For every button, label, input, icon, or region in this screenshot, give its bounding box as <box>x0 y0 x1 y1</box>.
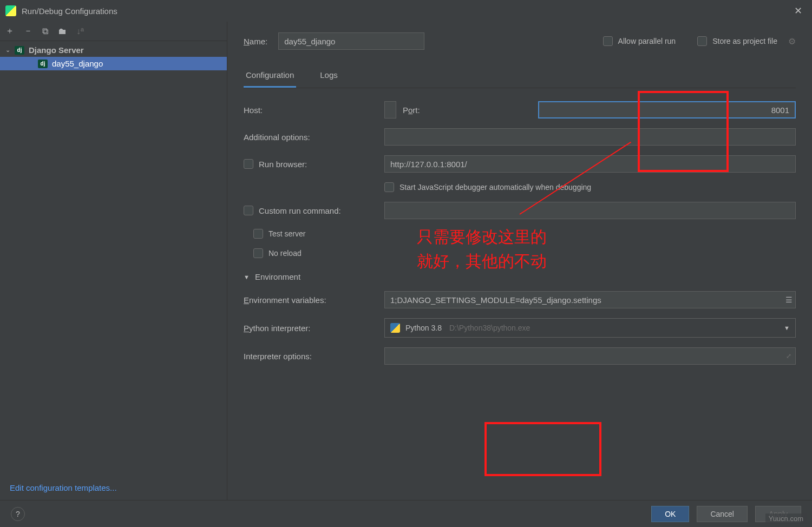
cancel-button[interactable]: Cancel <box>697 506 748 522</box>
gear-icon[interactable]: ⚙ <box>788 36 796 47</box>
list-icon[interactable]: ☰ <box>785 295 793 304</box>
host-label: Host: <box>244 106 374 115</box>
django-icon: dj <box>15 46 24 55</box>
custom-run-label: Custom run command: <box>244 206 374 215</box>
bottom-bar: ? OK Cancel Apply <box>0 500 812 527</box>
tab-logs[interactable]: Logs <box>318 66 340 88</box>
additional-options-input[interactable] <box>384 128 796 146</box>
run-browser-input[interactable] <box>384 155 796 173</box>
test-server-checkbox[interactable]: Test server <box>253 229 305 239</box>
checkbox-icon <box>603 36 613 46</box>
env-vars-input[interactable] <box>384 291 796 308</box>
python-icon <box>390 323 400 333</box>
allow-parallel-checkbox[interactable]: Allow parallel run <box>603 36 676 46</box>
sidebar: ＋ － ⧉ 🖿 ↓ª ⌄ dj Django Server dj day55_d… <box>0 22 227 500</box>
edit-templates-link[interactable]: Edit configuration templates... <box>0 476 227 500</box>
copy-icon[interactable]: ⧉ <box>42 27 48 36</box>
host-input[interactable] <box>384 101 396 118</box>
additional-options-label: Additional options: <box>244 133 374 142</box>
interp-options-input[interactable] <box>384 347 796 365</box>
interp-path: D:\Python38\python.exe <box>449 324 530 332</box>
remove-icon[interactable]: － <box>24 25 32 37</box>
port-input[interactable] <box>538 101 796 118</box>
expand-icon[interactable]: ⤢ <box>786 352 791 360</box>
app-icon <box>5 5 16 16</box>
environment-label: Environment <box>255 272 300 281</box>
triangle-down-icon: ▼ <box>244 274 250 280</box>
config-tree: ⌄ dj Django Server dj day55_django <box>0 41 227 476</box>
run-browser-label: Run browser: <box>244 159 374 169</box>
checkbox-icon <box>384 182 394 192</box>
python-interp-label: Python interpreter: <box>244 324 374 333</box>
name-input[interactable] <box>278 32 424 50</box>
name-label: Name: <box>244 37 267 46</box>
no-reload-checkbox[interactable]: No reload <box>253 248 302 258</box>
interp-options-label: Interpreter options: <box>244 352 374 361</box>
env-vars-label: Environment variables: <box>244 295 374 305</box>
js-debugger-checkbox[interactable]: Start JavaScript debugger automatically … <box>384 182 796 192</box>
watermark: Yuucn.com <box>765 513 807 524</box>
environment-section-header[interactable]: ▼ Environment <box>244 272 796 281</box>
tree-item-label: day55_django <box>52 59 103 68</box>
tree-group-label: Django Server <box>29 45 84 55</box>
run-browser-checkbox[interactable] <box>244 159 253 169</box>
custom-run-checkbox[interactable] <box>244 206 253 215</box>
checkbox-icon <box>697 36 707 46</box>
checkbox-icon <box>253 248 263 258</box>
title-bar: Run/Debug Configurations ✕ <box>0 0 812 22</box>
content-panel: Name: Allow parallel run Store as projec… <box>227 22 812 500</box>
port-label: Port: <box>403 106 533 115</box>
window-title: Run/Debug Configurations <box>22 6 117 16</box>
tree-group-django[interactable]: ⌄ dj Django Server <box>0 43 227 57</box>
python-interpreter-select[interactable]: Python 3.8 D:\Python38\python.exe ▼ <box>384 318 796 338</box>
form: Host: Port: Additional options: Run brow… <box>244 101 796 365</box>
sidebar-toolbar: ＋ － ⧉ 🖿 ↓ª <box>0 22 227 41</box>
store-project-label: Store as project file <box>712 37 777 45</box>
test-server-label: Test server <box>269 229 305 238</box>
chevron-down-icon: ⌄ <box>5 47 10 54</box>
ok-button[interactable]: OK <box>651 506 689 522</box>
tree-item-day55[interactable]: dj day55_django <box>0 57 227 70</box>
chevron-down-icon: ▼ <box>784 325 790 331</box>
no-reload-label: No reload <box>269 249 302 258</box>
store-project-checkbox[interactable]: Store as project file <box>697 36 777 46</box>
tabs: Configuration Logs <box>244 66 796 88</box>
checkbox-icon <box>253 229 263 239</box>
folder-icon[interactable]: 🖿 <box>58 27 67 36</box>
js-debugger-label: Start JavaScript debugger automatically … <box>400 183 591 192</box>
sort-icon[interactable]: ↓ª <box>76 27 84 36</box>
interp-name: Python 3.8 <box>405 324 442 332</box>
add-icon[interactable]: ＋ <box>5 25 14 37</box>
help-button[interactable]: ? <box>11 507 25 521</box>
tab-configuration[interactable]: Configuration <box>244 66 296 88</box>
django-icon: dj <box>38 60 48 68</box>
close-icon[interactable]: ✕ <box>790 3 807 19</box>
custom-run-input[interactable] <box>384 202 796 219</box>
allow-parallel-label: Allow parallel run <box>618 37 676 45</box>
